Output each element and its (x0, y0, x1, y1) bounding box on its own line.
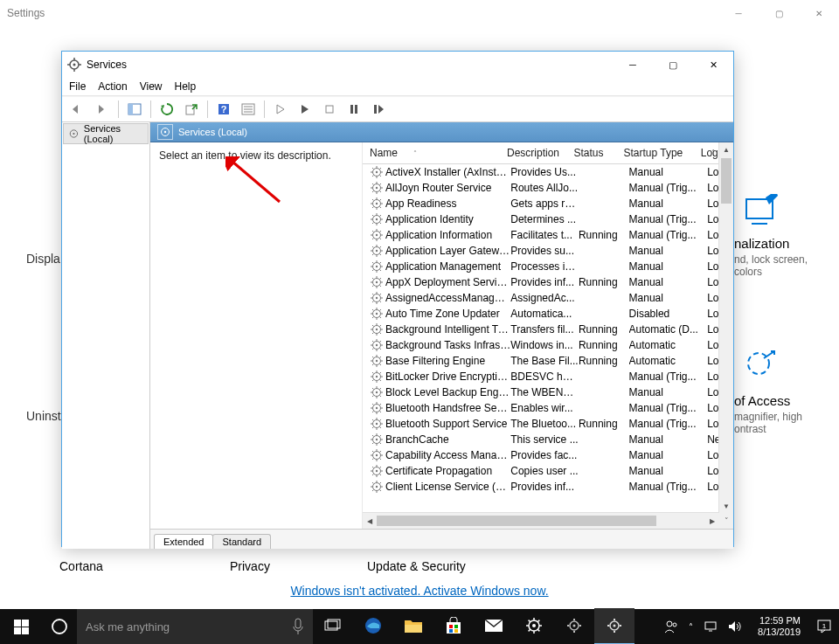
col-description[interactable]: Description (507, 147, 574, 159)
menu-action[interactable]: Action (98, 80, 127, 93)
menu-view[interactable]: View (140, 80, 163, 93)
network-icon[interactable] (704, 620, 718, 634)
menu-file[interactable]: File (69, 80, 86, 93)
taskbar-file-explorer[interactable] (393, 608, 433, 643)
tray-chevron-icon[interactable]: ˄ (689, 622, 693, 632)
services-tree-pane: Services (Local) (62, 122, 150, 549)
toolbar-restart-service-button[interactable] (368, 99, 389, 120)
service-row[interactable]: Application InformationFacilitates t...R… (363, 227, 733, 243)
toolbar-help-button[interactable]: ? (213, 99, 234, 120)
service-row[interactable]: Auto Time Zone UpdaterAutomatica...Disab… (363, 306, 733, 322)
cell-status: Running (579, 323, 629, 336)
taskbar-edge[interactable] (353, 608, 393, 643)
svg-line-223 (372, 467, 374, 468)
service-row[interactable]: Base Filtering EngineThe Base Fil...Runn… (363, 353, 733, 369)
bg-label-privacy[interactable]: Privacy (230, 559, 270, 573)
services-close-button[interactable]: ✕ (693, 52, 733, 78)
service-row[interactable]: Bluetooth Support ServiceThe Bluetoo...R… (363, 416, 733, 432)
cell-startup: Manual (Trig... (629, 182, 708, 194)
horizontal-scrollbar[interactable]: ◀ ▶ ˅ (363, 512, 733, 529)
scroll-right-button[interactable]: ▶ (705, 517, 719, 525)
taskbar-services-active[interactable] (594, 608, 634, 644)
start-button[interactable] (0, 609, 42, 644)
service-row[interactable]: Application Layer Gateway ...Provides su… (363, 243, 733, 259)
service-row[interactable]: Background Intelligent Tran...Transfers … (363, 322, 733, 337)
toolbar-start-service-button-2[interactable] (295, 99, 315, 120)
scroll-left-button[interactable]: ◀ (363, 517, 377, 525)
taskbar-settings[interactable] (514, 608, 554, 643)
service-row[interactable]: ActiveX Installer (AxInstSV)Provides Us.… (363, 164, 733, 180)
service-row[interactable]: BranchCacheThis service ...ManualNet (363, 432, 733, 447)
activate-windows-link[interactable]: Windows isn't activated. Activate Window… (0, 584, 839, 598)
svg-line-216 (380, 451, 382, 453)
cell-startup: Manual (Trig... (629, 213, 708, 225)
cell-name: BitLocker Drive Encryption ... (385, 370, 510, 383)
settings-minimize-button[interactable]: ─ (718, 0, 759, 26)
gear-icon (67, 127, 80, 141)
settings-maximize-button[interactable]: ▢ (759, 0, 799, 26)
services-minimize-button[interactable]: ─ (613, 52, 653, 78)
scroll-down-button[interactable]: ▼ (719, 499, 733, 513)
taskbar-mail[interactable] (474, 608, 514, 643)
tab-extended[interactable]: Extended (154, 534, 213, 549)
service-row[interactable]: Application ManagementProcesses in...Man… (363, 259, 733, 274)
svg-line-33 (372, 168, 374, 170)
tree-item-services-local[interactable]: Services (Local) (63, 123, 149, 144)
services-maximize-button[interactable]: ▢ (653, 52, 693, 78)
taskbar-store[interactable] (433, 608, 474, 643)
svg-line-136 (380, 325, 382, 327)
ease-of-access-icon (743, 348, 778, 383)
service-row[interactable]: Background Tasks Infrastru...Windows in.… (363, 337, 733, 353)
taskbar-clock[interactable]: 12:59 PM 8/13/2019 (752, 615, 806, 638)
col-name[interactable]: Name (370, 147, 398, 159)
svg-line-66 (380, 215, 382, 217)
svg-line-165 (372, 380, 374, 382)
tab-standard[interactable]: Standard (212, 534, 271, 549)
svg-line-113 (372, 294, 374, 295)
toolbar-forward-button[interactable] (92, 99, 113, 120)
action-center-icon[interactable]: 1 (816, 619, 832, 634)
toolbar-start-service-button[interactable] (270, 99, 291, 120)
col-status[interactable]: Status (574, 147, 624, 159)
scrollbar-thumb[interactable] (721, 158, 732, 204)
bg-ease-of-access[interactable]: of Access (734, 393, 790, 408)
svg-rect-247 (447, 622, 461, 634)
service-row[interactable]: AllJoyn Router ServiceRoutes AllJo...Man… (363, 180, 733, 196)
taskbar-services-1[interactable] (554, 608, 594, 643)
service-row[interactable]: App ReadinessGets apps re...ManualLoc (363, 196, 733, 211)
cell-name: BranchCache (385, 433, 510, 446)
col-startup-type[interactable]: Startup Type (623, 147, 700, 159)
toolbar-refresh-button[interactable] (156, 99, 177, 120)
bg-personalization[interactable]: nalization (734, 236, 789, 251)
service-row[interactable]: Application IdentityDetermines ...Manual… (363, 211, 733, 227)
h-scrollbar-thumb[interactable] (377, 516, 656, 526)
service-row[interactable]: Client License Service (ClipS...Provides… (363, 479, 733, 495)
vertical-scrollbar[interactable]: ▲ ▼ (718, 142, 733, 513)
toolbar-pause-service-button[interactable] (343, 99, 364, 120)
svg-line-144 (380, 349, 382, 350)
toolbar-export-button[interactable] (181, 99, 202, 120)
task-view-button[interactable] (313, 608, 353, 643)
cortana-button[interactable] (42, 609, 77, 644)
bg-label-update[interactable]: Update & Security (367, 559, 466, 573)
toolbar-stop-service-button[interactable] (319, 99, 340, 120)
toolbar-properties-button[interactable] (238, 99, 259, 120)
microphone-icon[interactable] (292, 618, 304, 635)
scroll-up-button[interactable]: ▲ (719, 142, 733, 156)
toolbar-back-button[interactable] (67, 99, 88, 120)
taskbar-search-input[interactable]: Ask me anything (77, 609, 313, 644)
service-row[interactable]: AssignedAccessManager Se...AssignedAc...… (363, 290, 733, 306)
bg-label-cortana[interactable]: Cortana (59, 559, 103, 573)
service-row[interactable]: BitLocker Drive Encryption ...BDESVC hos… (363, 369, 733, 384)
service-row[interactable]: Capability Access Manager ...Provides fa… (363, 447, 733, 463)
volume-icon[interactable] (728, 620, 742, 633)
people-icon[interactable] (664, 620, 678, 634)
settings-close-button[interactable]: ✕ (799, 0, 839, 26)
toolbar-show-hide-tree-button[interactable] (124, 99, 145, 120)
svg-line-236 (380, 482, 382, 484)
service-row[interactable]: Block Level Backup Engine ...The WBENG..… (363, 384, 733, 400)
service-row[interactable]: AppX Deployment Service (...Provides inf… (363, 274, 733, 290)
service-row[interactable]: Bluetooth Handsfree ServiceEnables wir..… (363, 400, 733, 416)
menu-help[interactable]: Help (175, 80, 197, 93)
service-row[interactable]: Certificate PropagationCopies user ...Ma… (363, 463, 733, 479)
